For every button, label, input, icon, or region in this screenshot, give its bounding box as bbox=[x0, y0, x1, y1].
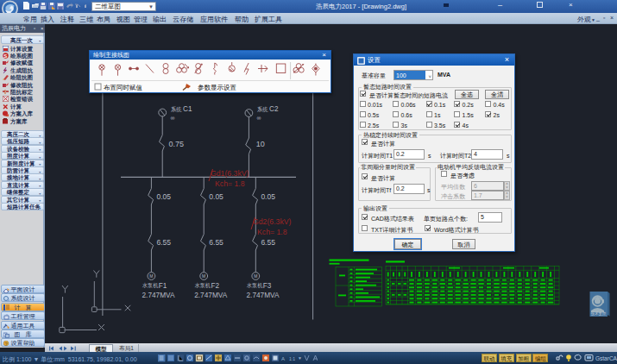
svg-text:?: ? bbox=[5, 341, 8, 346]
svg-text:布置同时赋值: 布置同时赋值 bbox=[104, 84, 143, 91]
svg-text:▼: ▼ bbox=[298, 355, 302, 361]
svg-text:参数显示设置: 参数显示设置 bbox=[198, 84, 237, 91]
svg-text:S: S bbox=[3, 53, 7, 59]
svg-text:A: A bbox=[281, 356, 285, 361]
svg-text:1:1: 1:1 bbox=[289, 355, 295, 361]
